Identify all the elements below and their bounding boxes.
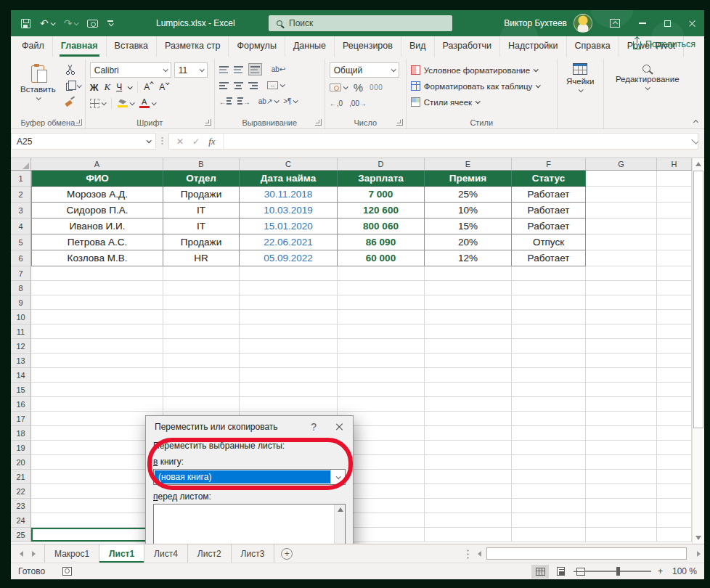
column-header-C[interactable]: C: [240, 158, 338, 170]
row-header-8[interactable]: 8: [11, 281, 31, 295]
cell-F3[interactable]: Работает: [512, 203, 586, 219]
cell-G13[interactable]: [586, 354, 657, 368]
zoom-level[interactable]: 100 %: [669, 566, 697, 576]
cell-B10[interactable]: [163, 310, 240, 324]
cell-B4[interactable]: IT: [163, 219, 240, 234]
increase-indent-button[interactable]: →: [237, 97, 250, 106]
cell-F12[interactable]: [512, 339, 586, 354]
maximize-button[interactable]: [655, 10, 680, 36]
to-book-combobox[interactable]: (новая книга): [153, 469, 346, 485]
cell-F6[interactable]: Работает: [512, 250, 586, 266]
horizontal-scrollbar[interactable]: [473, 544, 704, 563]
cell-E15[interactable]: [425, 383, 512, 397]
format-as-table-button[interactable]: Форматировать как таблицу: [411, 79, 552, 93]
comma-style-button[interactable]: 000: [370, 83, 383, 91]
cell-B8[interactable]: [163, 281, 240, 295]
percent-style-button[interactable]: %: [354, 81, 363, 94]
cell-H6[interactable]: [657, 250, 692, 266]
cell-D7[interactable]: [338, 266, 425, 281]
cell-B3[interactable]: IT: [163, 203, 240, 219]
cell-H25[interactable]: [657, 528, 692, 542]
cell-B6[interactable]: HR: [163, 250, 240, 266]
cell-G20[interactable]: [586, 455, 657, 470]
bold-button[interactable]: Ж: [90, 82, 99, 93]
macro-record-icon[interactable]: [62, 567, 72, 576]
cell-E20[interactable]: [425, 455, 512, 470]
cell-F5[interactable]: Отпуск: [512, 234, 586, 250]
cell-B13[interactable]: [163, 354, 240, 368]
cell-D11[interactable]: [338, 324, 425, 339]
cell-H23[interactable]: [657, 499, 692, 513]
fill-color-button[interactable]: [118, 97, 134, 109]
borders-button[interactable]: [90, 97, 105, 109]
collapse-ribbon-button[interactable]: [693, 120, 698, 125]
cell-E1[interactable]: Премия: [425, 171, 512, 187]
cell-A2[interactable]: Морозов А.Д.: [31, 187, 163, 203]
cell-F10[interactable]: [512, 310, 586, 324]
horizontal-scroll-thumb[interactable]: [486, 547, 687, 560]
sheet-tab-1[interactable]: Лист1: [99, 544, 144, 563]
ribbon-tab-9[interactable]: Надстройки: [500, 36, 567, 57]
font-name-combobox[interactable]: Calibri: [90, 62, 171, 78]
cell-C1[interactable]: Дата найма: [240, 171, 338, 187]
row-header-20[interactable]: 20: [11, 455, 31, 470]
cell-F16[interactable]: [512, 397, 586, 412]
previous-sheet-button[interactable]: [20, 551, 23, 557]
cell-H8[interactable]: [657, 281, 692, 295]
cell-H13[interactable]: [657, 354, 692, 368]
cell-E8[interactable]: [425, 281, 512, 295]
cell-G14[interactable]: [586, 368, 657, 383]
cell-F9[interactable]: [512, 295, 586, 310]
cell-F25[interactable]: [512, 528, 586, 542]
listbox-scrollbar[interactable]: [334, 505, 345, 544]
camera-button[interactable]: [87, 20, 98, 28]
cell-B16[interactable]: [163, 397, 240, 412]
column-header-H[interactable]: H: [657, 158, 692, 170]
cell-B15[interactable]: [163, 383, 240, 397]
before-sheet-listbox[interactable]: [153, 504, 346, 544]
cell-B7[interactable]: [163, 266, 240, 281]
ribbon-tab-0[interactable]: Файл: [14, 36, 53, 57]
cell-H9[interactable]: [657, 295, 692, 310]
ribbon-tab-5[interactable]: Данные: [285, 36, 335, 57]
dialog-help-button[interactable]: ?: [311, 421, 317, 433]
cell-A7[interactable]: [31, 266, 163, 281]
cell-A13[interactable]: [31, 354, 163, 368]
cell-F20[interactable]: [512, 455, 586, 470]
cell-E24[interactable]: [425, 513, 512, 528]
cell-D3[interactable]: 120 600: [338, 203, 425, 219]
paste-button[interactable]: Вставить: [15, 60, 61, 107]
cell-A12[interactable]: [31, 339, 163, 354]
row-header-21[interactable]: 21: [11, 470, 31, 484]
cell-A16[interactable]: [31, 397, 163, 412]
editing-button[interactable]: Редактирование: [608, 60, 687, 90]
cut-button[interactable]: [65, 64, 81, 75]
row-header-9[interactable]: 9: [11, 295, 31, 310]
ribbon-display-options-button[interactable]: [610, 19, 620, 28]
cell-C5[interactable]: 22.06.2021: [240, 234, 338, 250]
cell-F4[interactable]: Работает: [512, 219, 586, 234]
column-header-E[interactable]: E: [425, 158, 512, 170]
cell-G11[interactable]: [586, 324, 657, 339]
cell-G7[interactable]: [586, 266, 657, 281]
cell-E21[interactable]: [425, 470, 512, 484]
row-header-15[interactable]: 15: [11, 383, 31, 397]
scroll-left-button[interactable]: [473, 551, 485, 557]
cell-E16[interactable]: [425, 397, 512, 412]
vertical-scroll-thumb[interactable]: [693, 171, 703, 428]
cell-E14[interactable]: [425, 368, 512, 383]
cell-F22[interactable]: [512, 484, 586, 499]
cell-G18[interactable]: [586, 426, 657, 441]
cell-D13[interactable]: [338, 354, 425, 368]
row-header-1[interactable]: 1: [11, 171, 31, 187]
row-header-7[interactable]: 7: [11, 266, 31, 281]
cell-A20[interactable]: [31, 455, 163, 470]
cells-button[interactable]: Ячейки: [562, 60, 599, 92]
cell-B1[interactable]: Отдел: [163, 171, 240, 187]
ribbon-tab-2[interactable]: Вставка: [107, 36, 157, 57]
share-button[interactable]: Поделиться: [633, 39, 695, 49]
vertical-scrollbar[interactable]: [692, 158, 704, 544]
drag-handle[interactable]: [161, 136, 163, 145]
row-header-22[interactable]: 22: [11, 484, 31, 499]
cell-D9[interactable]: [338, 295, 425, 310]
